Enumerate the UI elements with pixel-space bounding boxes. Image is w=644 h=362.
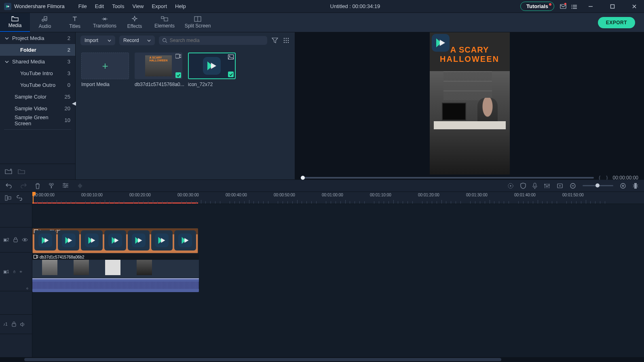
close-button[interactable] [626, 1, 642, 12]
svg-point-10 [284, 38, 285, 39]
svg-rect-5 [611, 4, 614, 8]
scroll-thumb[interactable] [24, 358, 501, 361]
transition-icon [101, 16, 108, 22]
timeline-toolbar [0, 180, 644, 192]
tab-titles[interactable]: Titles [60, 13, 90, 32]
folder-icon[interactable] [18, 168, 25, 175]
svg-rect-35 [534, 183, 536, 187]
filter-icon[interactable] [271, 37, 279, 44]
music-icon [42, 16, 48, 22]
messages-icon[interactable] [560, 4, 566, 9]
text-icon [72, 16, 78, 22]
timeline-scrollbar[interactable] [0, 357, 644, 362]
adjust-icon[interactable] [62, 183, 69, 188]
media-item-icon[interactable]: icon_72x72 [188, 53, 236, 87]
sidebar-collapse-icon[interactable]: ◀ [72, 100, 76, 106]
speaker-icon[interactable] [26, 286, 29, 291]
search-media-field[interactable] [170, 38, 264, 43]
elements-icon [161, 16, 168, 22]
menu-help[interactable]: Help [171, 3, 190, 9]
render-icon[interactable] [507, 183, 514, 189]
title-bar: Wondershare Filmora File Edit Tools View… [0, 0, 644, 13]
preview-video[interactable]: A SCARY HALLOWEEN [295, 32, 644, 175]
svg-rect-7 [164, 18, 168, 21]
link-icon[interactable] [16, 195, 23, 201]
main-row: Project Media2 Folder2 Shared Media3 You… [0, 32, 644, 180]
sidebar-item-folder[interactable]: Folder2 [0, 44, 75, 56]
zoom-out-icon[interactable] [570, 183, 576, 189]
svg-point-3 [572, 6, 572, 7]
menu-tools[interactable]: Tools [108, 3, 128, 9]
tab-elements[interactable]: Elements [150, 13, 179, 32]
menu-edit[interactable]: Edit [91, 3, 108, 9]
clip-overlay[interactable]: icon_72x72 [32, 228, 198, 253]
track-manager-icon[interactable] [5, 195, 11, 201]
tab-effects[interactable]: Effects [120, 13, 150, 32]
eye-icon[interactable] [22, 238, 28, 242]
time-ruler[interactable]: 00:00:00:0000:00:10:0000:00:20:0000:00:3… [32, 192, 644, 204]
grid-view-icon[interactable] [283, 37, 290, 44]
svg-point-31 [66, 185, 68, 186]
sidebar-item-project-media[interactable]: Project Media2 [0, 32, 75, 44]
zoom-slider[interactable] [583, 185, 613, 186]
mic-icon[interactable] [532, 183, 537, 189]
maximize-button[interactable] [604, 1, 621, 12]
sidebar-item-youtube-outro[interactable]: YouTube Outro0 [0, 79, 75, 91]
lock-icon[interactable] [12, 322, 16, 327]
svg-point-48 [20, 272, 21, 272]
menu-file[interactable]: File [74, 3, 91, 9]
zoom-in-icon[interactable] [620, 183, 626, 189]
media-item-video[interactable]: A SCARYHALLOWEEN db37d1c57415768a0... [135, 53, 182, 87]
marker-icon[interactable] [557, 183, 563, 189]
tutorials-button[interactable]: Tutorials [520, 2, 554, 11]
undo-icon[interactable] [6, 183, 12, 188]
shield-icon[interactable] [520, 183, 526, 189]
new-folder-icon[interactable] [5, 168, 12, 175]
delete-icon[interactable] [35, 183, 40, 189]
sidebar-item-youtube-intro[interactable]: YouTube Intro3 [0, 67, 75, 79]
gutter-video-1: ▣1 [0, 253, 32, 291]
zoom-handle[interactable] [595, 183, 600, 187]
menu-view[interactable]: View [128, 3, 148, 9]
tab-transitions[interactable]: Transitions [90, 13, 120, 32]
mixer-icon[interactable] [544, 183, 550, 189]
scrub-track[interactable] [301, 177, 594, 179]
scrub-handle[interactable] [301, 176, 305, 180]
speaker-icon[interactable] [20, 322, 25, 327]
split-icon[interactable] [49, 183, 54, 189]
svg-rect-21 [228, 55, 234, 59]
tab-split-screen[interactable]: Split Screen [179, 13, 216, 32]
image-type-icon [228, 55, 234, 59]
record-dropdown[interactable]: Record [119, 36, 155, 45]
lock-icon[interactable] [13, 269, 15, 274]
menu-export[interactable]: Export [148, 3, 171, 9]
task-list-icon[interactable] [571, 4, 577, 9]
filmora-logo-icon [203, 57, 221, 75]
svg-rect-42 [634, 183, 637, 189]
export-button[interactable]: EXPORT [598, 17, 635, 28]
sidebar-item-sample-green[interactable]: Sample Green Screen10 [0, 114, 75, 126]
clip-video[interactable]: db37d1c57415768a06b2 [32, 254, 199, 292]
eye-icon[interactable] [19, 269, 22, 274]
app-title: Wondershare Filmora [14, 3, 65, 9]
minimize-button[interactable] [583, 1, 599, 12]
lock-icon[interactable] [13, 237, 18, 242]
video-icon [34, 255, 38, 259]
split-icon [194, 16, 201, 22]
track-area[interactable]: icon_72x72 db37d1c57415768a06b2 [32, 204, 644, 357]
import-media-tile[interactable]: + Import Media [81, 53, 129, 87]
sidebar-item-sample-color[interactable]: Sample Color25 [0, 91, 75, 103]
svg-rect-44 [8, 197, 11, 199]
sidebar: Project Media2 Folder2 Shared Media3 You… [0, 32, 76, 179]
sidebar-item-shared-media[interactable]: Shared Media3 [0, 56, 75, 67]
svg-point-32 [65, 186, 66, 187]
svg-point-29 [52, 183, 54, 185]
tab-audio[interactable]: Audio [30, 13, 60, 32]
search-media-input[interactable] [159, 36, 267, 45]
zoom-fit-icon[interactable] [633, 183, 638, 189]
sidebar-item-sample-video[interactable]: Sample Video20 [0, 103, 75, 114]
svg-rect-43 [5, 196, 7, 200]
gutter-audio-1: ♪1 [0, 315, 32, 334]
tab-media[interactable]: Media [0, 13, 30, 32]
import-dropdown[interactable]: Import [80, 36, 115, 45]
